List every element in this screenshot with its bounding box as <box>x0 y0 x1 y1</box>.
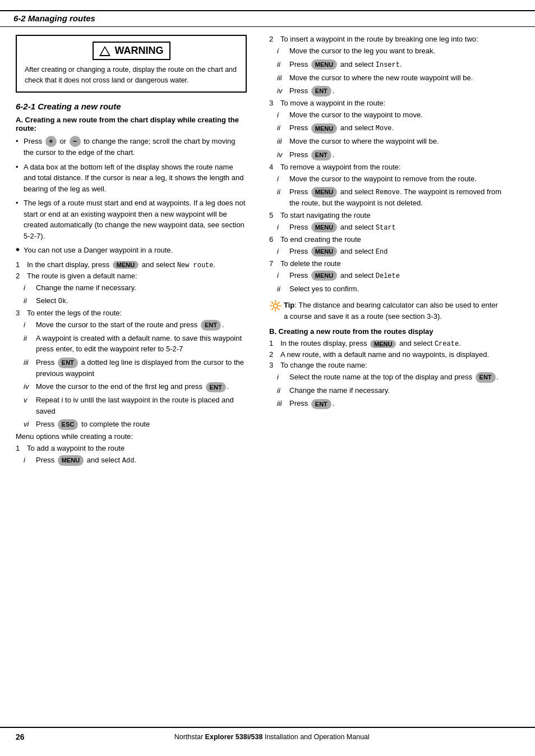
bullet-item-1: Press + or − to change the range; scroll… <box>16 136 247 158</box>
bullet-item-4: You can not use a Danger waypoint in a r… <box>16 245 247 256</box>
step-b3i: iSelect the route name at the top of the… <box>277 372 504 383</box>
tip-icon: 🔆 <box>269 299 282 314</box>
tip-text: Tip: The distance and bearing calculator… <box>284 300 504 322</box>
subsection-b-title: B. Creating a new route from the routes … <box>269 327 504 336</box>
step-3v: vRepeat i to iv until the last waypoint … <box>24 395 247 416</box>
footer: 26 Northstar Explorer 538i/538 Installat… <box>0 727 535 746</box>
minus-button: − <box>70 136 81 147</box>
step-b3ii: iiChange the name if necessary. <box>277 385 504 396</box>
menu-step-7ii: iiSelect yes to confirm. <box>277 283 504 295</box>
section-2-1-title: 6-2-1 Creating a new route <box>16 102 247 111</box>
step-2: 2 The route is given a default name: <box>16 272 247 280</box>
step-b2: 2 A new route, with a default name and n… <box>269 350 504 359</box>
menu-step-7: 7 To delete the route <box>269 259 504 268</box>
ent-badge-3i: ENT <box>201 320 221 331</box>
step-b3iii: iiiPress ENT. <box>277 398 504 409</box>
step-3iv: ivMove the cursor to the end of the firs… <box>24 381 247 392</box>
bullet-item-2: A data box at the bottom left of the dis… <box>16 162 247 195</box>
warning-box: WARNING After creating or changing a rou… <box>16 35 247 93</box>
tip-box: 🔆 Tip: The distance and bearing calculat… <box>269 300 504 322</box>
plus-button: + <box>45 136 57 147</box>
menu-badge-m7i: MENU <box>311 271 337 281</box>
step-3iii: iiiPress ENT a dotted leg line is displa… <box>24 357 247 379</box>
section-header: 6-2 Managing routes <box>0 10 535 26</box>
ent-badge-b3iii: ENT <box>311 399 331 410</box>
step-1: 1 In the chart display, press MENU and s… <box>16 260 247 269</box>
menu-step-2ii: iiPress MENU and select Insert. <box>277 59 504 70</box>
warning-text: After creating or changing a route, disp… <box>25 65 238 86</box>
menu-badge-m4ii: MENU <box>311 187 337 198</box>
step-b3-sub: iSelect the route name at the top of the… <box>277 372 504 409</box>
menu-step-3ii: iiPress MENU and select Move. <box>277 122 504 134</box>
menu-step-4i: iMove the cursor to the waypoint to remo… <box>277 173 504 185</box>
ent-badge-b3i: ENT <box>476 372 496 383</box>
page-number: 26 <box>16 732 25 741</box>
step-3: 3 To enter the legs of the route: <box>16 309 247 317</box>
ent-badge-3iv: ENT <box>206 382 226 393</box>
menu-badge-m5i: MENU <box>311 222 337 233</box>
step-b3: 3 To change the route name: <box>269 361 504 369</box>
menu-step-4-sub: iMove the cursor to the waypoint to remo… <box>277 173 504 209</box>
menu-badge-1: MENU <box>113 261 139 269</box>
warning-label: WARNING <box>115 45 164 57</box>
menu-step-2iv: ivPress ENT. <box>277 85 504 97</box>
content-area: WARNING After creating or changing a rou… <box>0 27 535 722</box>
menu-step-3i: iMove the cursor to the waypoint to move… <box>277 109 504 121</box>
subsection-a-title: A. Creating a new route from the chart d… <box>16 116 247 132</box>
menu-step-6: 6 To end creating the route <box>269 235 504 244</box>
step-3-sub: iMove the cursor to the start of the rou… <box>24 319 247 430</box>
left-column: WARNING After creating or changing a rou… <box>0 27 258 722</box>
warning-triangle-icon <box>99 46 110 56</box>
page: 6-2 Managing routes WARNING After creati… <box>0 0 535 756</box>
warning-title: WARNING <box>93 42 170 60</box>
menu-step-3iii: iiiMove the cursor to where the waypoint… <box>277 136 504 147</box>
menu-badge-m6i: MENU <box>311 246 337 257</box>
esc-badge-3vi: ESC <box>58 419 79 430</box>
menu-badge-m3ii: MENU <box>311 123 337 134</box>
menu-step-1: 1 To add a waypoint to the route <box>16 444 247 452</box>
menu-step-1i: iPress MENU and select Add. <box>24 455 247 466</box>
right-column: 2 To insert a waypoint in the route by b… <box>258 27 519 722</box>
ent-badge-m2iv: ENT <box>311 86 331 97</box>
section-title: 6-2 Managing routes <box>13 13 95 23</box>
menu-badge-m1: MENU <box>58 455 84 466</box>
menu-step-2-sub: iMove the cursor to the leg you want to … <box>277 45 504 97</box>
step-2-sub: iChange the name if necessary. iiSelect … <box>24 282 247 307</box>
menu-options-title: Menu options while creating a route: <box>16 432 247 441</box>
step-2ii: iiSelect Ok. <box>24 295 247 306</box>
menu-badge-m2ii: MENU <box>311 59 337 70</box>
menu-step-5i: iPress MENU and select Start <box>277 222 504 233</box>
step-3ii: iiA waypoint is created with a default n… <box>24 333 247 355</box>
ent-badge-3iii: ENT <box>58 358 78 368</box>
step-3i: iMove the cursor to the start of the rou… <box>24 319 247 331</box>
step-b1: 1 In the routes display, press MENU and … <box>269 339 504 348</box>
menu-badge-b1: MENU <box>370 340 396 348</box>
menu-step-2: 2 To insert a waypoint in the route by b… <box>269 35 504 43</box>
menu-step-5: 5 To start navigating the route <box>269 211 504 219</box>
menu-step-3iv: ivPress ENT. <box>277 149 504 161</box>
menu-step-7i: iPress MENU and select Delete <box>277 270 504 281</box>
menu-step-1-sub: iPress MENU and select Add. <box>24 455 247 466</box>
menu-step-6i: iPress MENU and select End <box>277 246 504 257</box>
bullet-item-3: The legs of a route must start and end a… <box>16 198 247 241</box>
menu-step-4: 4 To remove a waypoint from the route: <box>269 163 504 171</box>
bullet-list: Press + or − to change the range; scroll… <box>16 136 247 256</box>
menu-step-4ii: iiPress MENU and select Remove. The wayp… <box>277 186 504 209</box>
menu-step-2i: iMove the cursor to the leg you want to … <box>277 45 504 57</box>
menu-step-6-sub: iPress MENU and select End <box>277 246 504 257</box>
menu-step-7-sub: iPress MENU and select Delete iiSelect y… <box>277 270 504 295</box>
menu-step-5-sub: iPress MENU and select Start <box>277 222 504 233</box>
menu-step-3: 3 To move a waypoint in the route: <box>269 99 504 107</box>
step-2i: iChange the name if necessary. <box>24 282 247 294</box>
menu-step-2iii: iiiMove the cursor to where the new rout… <box>277 72 504 84</box>
ent-badge-m3iv: ENT <box>311 150 331 161</box>
menu-step-3-sub: iMove the cursor to the waypoint to move… <box>277 109 504 161</box>
step-3vi: viPress ESC to complete the route <box>24 419 247 430</box>
footer-text: Northstar Explorer 538i/538 Installation… <box>25 733 519 741</box>
